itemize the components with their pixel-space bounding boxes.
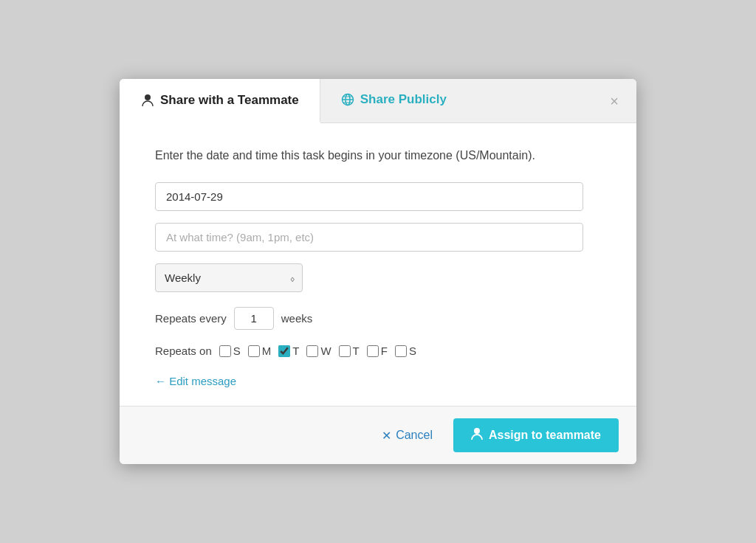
day-item-tuesday: T: [278, 345, 299, 357]
description-text: Enter the date and time this task begins…: [155, 147, 601, 165]
globe-icon: [341, 93, 354, 106]
day-item-saturday: S: [395, 345, 416, 357]
tab-teammate-label: Share with a Teammate: [160, 93, 299, 108]
cancel-x-icon: ✕: [382, 429, 391, 443]
svg-point-0: [145, 94, 151, 100]
svg-point-6: [474, 428, 480, 434]
day-checkbox-sunday1[interactable]: [219, 345, 231, 357]
day-item-monday: M: [248, 345, 272, 357]
day-label-wednesday: W: [320, 345, 331, 357]
tab-share-teammate[interactable]: Share with a Teammate: [120, 79, 320, 123]
day-label-tuesday: T: [292, 345, 299, 357]
share-dialog: Share with a Teammate Share Publicly × E…: [120, 79, 636, 464]
day-checkbox-friday[interactable]: [367, 345, 379, 357]
cancel-label: Cancel: [396, 429, 433, 442]
day-label-saturday: S: [409, 345, 416, 357]
tab-bar: Share with a Teammate Share Publicly ×: [120, 79, 636, 123]
recurrence-select[interactable]: Daily Weekly Monthly Yearly: [155, 263, 303, 292]
edit-message-link[interactable]: ← Edit message: [155, 375, 236, 387]
cancel-button[interactable]: ✕ Cancel: [373, 423, 441, 449]
day-label-friday: F: [381, 345, 388, 357]
repeats-every-unit: weeks: [281, 312, 313, 325]
day-item-friday: F: [367, 345, 388, 357]
day-item-sunday1: S: [219, 345, 241, 357]
day-label-sunday1: S: [233, 345, 241, 357]
repeats-every-row: Repeats every weeks: [155, 307, 601, 330]
close-button[interactable]: ×: [604, 91, 625, 111]
time-input[interactable]: [155, 223, 583, 252]
assign-person-icon: [471, 427, 483, 443]
day-item-thursday: T: [339, 345, 360, 357]
time-field-wrapper: [155, 223, 601, 252]
day-checkbox-wednesday[interactable]: [306, 345, 318, 357]
day-item-wednesday: W: [306, 345, 331, 357]
recurrence-select-wrapper: Daily Weekly Monthly Yearly ⬨: [155, 263, 303, 292]
day-checkbox-monday[interactable]: [248, 345, 260, 357]
tab-public-label: Share Publicly: [360, 92, 447, 107]
tab-share-publicly[interactable]: Share Publicly: [320, 79, 467, 122]
assign-label: Assign to teammate: [489, 429, 601, 442]
day-checkbox-saturday[interactable]: [395, 345, 407, 357]
day-label-monday: M: [262, 345, 272, 357]
assign-button[interactable]: Assign to teammate: [453, 418, 619, 452]
repeats-on-row: Repeats on S M T W T: [155, 345, 601, 357]
day-label-thursday: T: [353, 345, 360, 357]
repeats-every-label: Repeats every: [155, 312, 227, 325]
dialog-footer: ✕ Cancel Assign to teammate: [120, 406, 636, 464]
repeats-on-label: Repeats on: [155, 345, 212, 357]
day-checkbox-thursday[interactable]: [339, 345, 351, 357]
person-icon: [141, 94, 154, 107]
date-input[interactable]: [155, 182, 583, 211]
dialog-body: Enter the date and time this task begins…: [120, 123, 636, 406]
repeat-count-input[interactable]: [234, 307, 274, 330]
day-checkbox-tuesday[interactable]: [278, 345, 290, 357]
date-field-wrapper: [155, 182, 601, 211]
